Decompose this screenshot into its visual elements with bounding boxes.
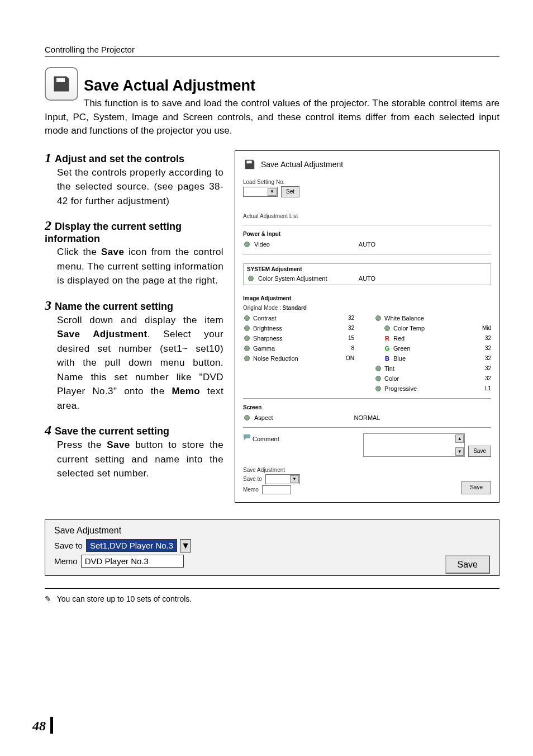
row-value: NORMAL [354,414,380,421]
steps-column: 1Adjust and set the controlsSet the cont… [45,150,223,503]
save-adjustment-heading: Save Adjustment [243,467,491,473]
list-item: AspectNORMAL [243,414,491,422]
row-value: AUTO [359,241,375,248]
svg-point-12 [376,376,381,381]
step-number: 2 [45,218,51,233]
comment-label: Comment [253,436,279,442]
brightness-icon [243,324,251,332]
list-item: Progressive [369,385,465,393]
row-label: Color Temp [393,325,425,332]
noise-icon [243,355,251,362]
row-value: 32 [469,365,491,371]
step-body: Set the controls properly according to t… [45,166,223,209]
save-icon [243,158,256,171]
row-value: 32 [469,345,491,351]
save-to-select[interactable]: ▼ [265,474,300,484]
g-icon: G [383,344,391,352]
list-item: Color [369,375,465,382]
step-body: Press the Save button to store the curre… [45,438,223,481]
list-item: Contrast [243,314,340,322]
chevron-down-icon[interactable]: ▼ [180,539,191,552]
row-label: Gamma [253,345,275,352]
list-item: BBlue [369,355,465,362]
row-label: Video [254,241,270,248]
save-to-label: Save to [243,476,262,482]
screenshot-zoom: Save Adjustment Save to Set1,DVD Player … [45,519,499,576]
list-item: Color System AdjustmentAUTO [247,275,487,282]
step-heading: Adjust and set the controls [55,153,184,164]
step: 3Name the current settingScroll down and… [45,298,223,413]
svg-point-2 [245,242,250,247]
step-heading: Name the current setting [55,301,173,312]
row-label: Noise Reduction [253,355,298,362]
wb-icon [374,314,382,322]
actual-adjustment-list-label: Actual Adjustment List [243,213,491,219]
step-number: 1 [45,150,51,165]
svg-rect-1 [250,161,251,163]
screenshot-main: Save Actual Adjustment Load Setting No. … [235,150,499,503]
zoom-save-button[interactable]: Save [445,555,490,574]
zoom-heading: Save Adjustment [54,526,191,536]
list-item: GGreen [369,344,465,352]
top-rule [45,56,499,57]
svg-point-13 [376,386,381,391]
step-number: 4 [45,423,51,437]
note-icon: ✎ [45,594,53,603]
system-adj-heading: SYSTEM Adjustment [247,266,487,272]
screen-heading: Screen [243,404,491,410]
screenshot-title: Save Actual Adjustment [261,160,343,169]
original-mode-label: Original Mode : [243,305,281,311]
row-label: Progressive [384,385,417,392]
chevron-down-icon: ▼ [268,188,277,196]
list-item: Brightness [243,324,340,332]
tint-icon [374,365,382,372]
row-label: Aspect [254,414,273,421]
svg-point-8 [245,336,250,341]
row-label: Brightness [253,325,282,332]
set-button[interactable]: Set [281,186,299,197]
color-icon [374,375,382,382]
step-heading: Save the current setting [55,426,169,437]
memo-label: Memo [243,486,259,493]
comment-save-button[interactable]: Save [468,446,491,457]
b-icon: B [383,355,391,362]
sharpness-icon [243,334,251,342]
scroll-down-icon[interactable]: ▼ [455,447,464,456]
row-value: 32 [343,325,365,331]
list-item: Color Temp [369,324,465,332]
step-body: Click the Save icon from the control men… [45,245,223,288]
memo-input[interactable] [262,485,291,494]
row-label: Tint [384,365,394,372]
r-icon: R [383,334,391,342]
svg-point-3 [249,276,254,281]
load-setting-select[interactable]: ▼ [243,187,278,197]
page-number: 48 [32,719,46,734]
aspect-icon [243,414,251,422]
svg-point-7 [385,325,390,330]
row-label: White Balance [384,315,424,322]
lead-paragraph: This function is to save and load the co… [45,97,499,138]
row-value: 32 [343,315,365,321]
comment-textarea[interactable]: ▲ ▼ [363,433,465,457]
zoom-save-to-select[interactable]: Set1,DVD Player No.3 [86,539,177,552]
row-value: 32 [469,335,491,341]
scroll-up-icon[interactable]: ▲ [455,434,464,443]
save-button[interactable]: Save [461,481,491,494]
step-body: Scroll down and display the item Save Ad… [45,313,223,413]
row-label: Color [384,375,399,382]
step: 2Display the current setting information… [45,218,223,288]
zoom-memo-label: Memo [54,556,78,566]
colortemp-icon [383,324,391,332]
row-label: Green [393,345,411,352]
row-label: Color System Adjustment [258,275,327,282]
load-setting-label: Load Setting No. [243,179,491,185]
zoom-save-to-label: Save to [54,541,83,550]
zoom-memo-input[interactable]: DVD Player No.3 [81,555,184,568]
svg-point-5 [376,315,381,320]
progressive-icon [374,385,382,393]
save-icon [45,67,78,101]
step: 4Save the current settingPress the Save … [45,423,223,481]
row-value: L1 [469,385,491,391]
step-heading: Display the current setting information [45,221,182,244]
page-number-rule [50,717,53,734]
